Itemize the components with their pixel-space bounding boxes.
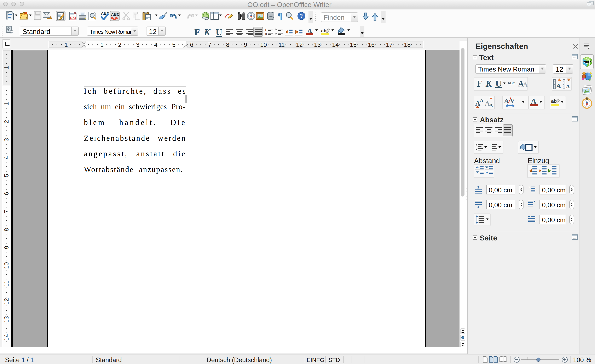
svg-text:N: N [586,98,588,100]
svg-text:I: I [490,143,491,147]
svg-text:A: A [489,103,493,108]
svg-text:A: A [504,97,509,104]
svg-text:A: A [556,82,561,89]
svg-text:A: A [566,84,570,89]
svg-text:II: II [490,148,491,151]
svg-text:A: A [480,98,483,103]
